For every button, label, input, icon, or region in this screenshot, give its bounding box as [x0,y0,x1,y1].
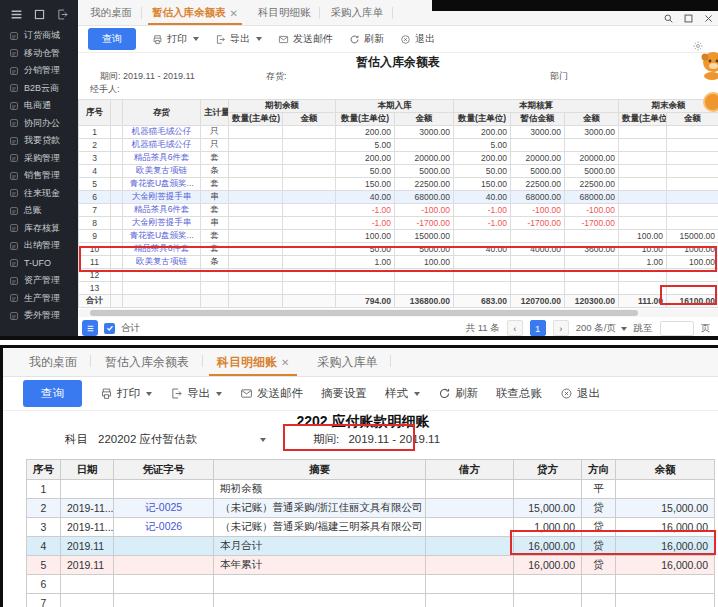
sidebar-item-11[interactable]: 总账 [0,202,78,220]
sidebar-item-13[interactable]: 出纳管理 [0,237,78,255]
subject-ledger-panel: 我的桌面暂估入库余额表科目明细账✕采购入库单 查询打印导出发送邮件摘要设置样式刷… [0,348,718,607]
query-button[interactable]: 查询 [88,28,136,50]
toolbar-button-打印[interactable]: 打印 [100,386,152,401]
sidebar-item-7[interactable]: 我要贷款 [0,132,78,150]
sidebar-item-2[interactable]: 移动仓管 [0,45,78,63]
mail-icon [240,387,253,400]
ledger-col-日期: 日期 [61,460,114,480]
ledger-row-3[interactable]: 32019-11...记-0026（未记账）普通采购/福建三明茶具有限公司1,0… [27,518,715,537]
ledger-row-6[interactable]: 6 [27,575,715,594]
scrollbar-thumb[interactable] [90,310,638,316]
new-window-icon[interactable] [56,8,69,21]
module-icon [9,241,19,251]
ledger-row-4[interactable]: 42019.11本月合计16,000.00贷16,000.00 [27,537,715,556]
toolbar-button-摘要设置[interactable]: 摘要设置 [321,386,367,401]
toolbar-button-样式[interactable]: 样式 [385,386,420,401]
tab-我的桌面[interactable]: 我的桌面 [80,1,142,25]
handler-field: 经手人: [90,83,120,96]
report-row-8[interactable]: 8大金刚菩提手串串-1.00-1700.00-1.00-1700.00-1700… [79,217,718,230]
toolbar-button-发送邮件[interactable]: 发送邮件 [278,32,333,46]
search-icon[interactable] [663,13,674,24]
maximize-icon[interactable] [683,13,694,24]
toolbar-button-打印[interactable]: 打印 [152,32,199,46]
report-row-3[interactable]: 3精品茶具6件套套200.0020000.00200.0020000.00200… [79,152,718,165]
tab-采购入库单[interactable]: 采购入库单 [320,1,393,25]
exit-icon [560,387,573,400]
subject-select[interactable]: 科目 220202 应付暂估款 [65,432,266,447]
report-row-6[interactable]: 6大金刚菩提手串串40.0068000.0040.0068000.0068000… [79,191,718,204]
tab-暂估入库余额表[interactable]: 暂估入库余额表 [91,349,203,376]
toolbar-button-导出[interactable]: 导出 [215,32,262,46]
report-row-13[interactable]: 13 [79,282,718,295]
ledger-row-2[interactable]: 22019-11...记-0025（未记账）普通采购/浙江佳丽文具有限公司15,… [27,499,715,518]
report-row-10[interactable]: 10精品茶具6件套套50.005000.0040.004000.003600.0… [79,243,718,256]
sidebar-item-8[interactable]: 采购管理 [0,150,78,168]
chevron-down-icon [260,438,266,442]
col-select [111,100,123,126]
hamburger-menu-icon[interactable] [10,8,23,21]
sidebar-item-10[interactable]: 往来现金 [0,185,78,203]
report-meta-row-1: 期间: 2019.11 - 2019.11 存货: 部门 [78,70,718,83]
toolbar-button-联查总账[interactable]: 联查总账 [496,386,542,401]
sidebar-item-12[interactable]: 库存核算 [0,220,78,238]
department-field: 部门 [550,70,568,83]
jump-page-input[interactable] [660,321,694,336]
report-row-4[interactable]: 4欧美复古项链条50.005000.0050.005000.005000.00 [79,165,718,178]
ledger-row-5[interactable]: 52019.11本年累计16,000.00贷16,000.00 [27,556,715,575]
sidebar-header [0,0,78,27]
report-row-2[interactable]: 2机器猫毛绒公仔只5.005.00 [79,139,718,152]
column-settings-button[interactable] [82,320,98,336]
tab-暂估入库余额表[interactable]: 暂估入库余额表✕ [142,1,248,25]
close-tab-icon[interactable]: ✕ [281,357,289,368]
toolbar-button-退出[interactable]: 退出 [400,32,435,46]
sidebar-item-6[interactable]: 协同办公 [0,115,78,133]
tab-采购入库单[interactable]: 采购入库单 [303,349,391,376]
sidebar-item-9[interactable]: 销售管理 [0,167,78,185]
composite-screenshot: 订货商城移动仓管分销管理B2B云商电商通协同办公我要贷款采购管理销售管理往来现金… [0,0,718,607]
report-row-5[interactable]: 5青花瓷U盘颁奖...套150.0022500.00150.0022500.00… [79,178,718,191]
assistant-mascot[interactable] [698,50,718,84]
subject-label: 科目 [65,432,88,447]
current-page-button[interactable]: 1 [530,320,546,336]
report-row-12[interactable]: 12 [79,269,718,282]
close-tab-icon[interactable]: ✕ [230,8,238,19]
query-button[interactable]: 查询 [23,380,82,407]
sidebar-item-3[interactable]: 分销管理 [0,62,78,80]
toolbar-button-退出[interactable]: 退出 [560,386,600,401]
ledger-row-7[interactable]: 7 [27,594,715,607]
report-row-7[interactable]: 7精品茶具6件套套-1.00-100.00-1.00-100.00-100.00 [79,204,718,217]
sidebar-item-1[interactable]: 订货商城 [0,27,78,45]
inventory-field: 存货: [266,70,287,83]
sidebar-item-5[interactable]: 电商通 [0,97,78,115]
module-icon [9,276,19,286]
sidebar-item-14[interactable]: T-UFO [0,255,78,273]
tab-我的桌面[interactable]: 我的桌面 [15,349,91,376]
toolbar-button-导出[interactable]: 导出 [170,386,222,401]
module-icon [9,153,19,163]
toolbar-button-刷新[interactable]: 刷新 [349,32,384,46]
sidebar-item-17[interactable]: 委外管理 [0,307,78,325]
ledger-col-贷方: 贷方 [514,460,582,480]
subcol-金额: 金额 [667,113,718,126]
next-page-button[interactable]: › [553,320,569,336]
sidebar-item-16[interactable]: 生产管理 [0,290,78,308]
sidebar-item-4[interactable]: B2B云商 [0,80,78,98]
ledger-row-1[interactable]: 1期初余额平 [27,480,715,499]
toolbar-button-发送邮件[interactable]: 发送邮件 [240,386,303,401]
page-size-select[interactable]: 200 条/页 [576,322,627,335]
total-checkbox[interactable] [104,323,115,334]
report-row-9[interactable]: 9青花瓷U盘颁奖...套100.0015000.00100.0015000.00 [79,230,718,243]
report-row-11[interactable]: 11欧美复古项链条1.00100.001.00100.00 [79,256,718,269]
close-icon[interactable] [703,13,714,24]
prev-page-button[interactable]: ‹ [507,320,523,336]
sidebar-item-15[interactable]: 资产管理 [0,272,78,290]
subject-value: 220202 应付暂估款 [98,432,258,447]
mail-icon [278,34,289,45]
tab-科目明细账[interactable]: 科目明细账✕ [203,349,303,376]
module-icon [9,258,19,268]
report-row-1[interactable]: 1机器猫毛绒公仔只200.003000.00200.003000.003000.… [79,126,718,139]
toolbar-button-刷新[interactable]: 刷新 [438,386,478,401]
workspace-icon[interactable] [33,8,46,21]
tab-科目明细账[interactable]: 科目明细账 [248,1,321,25]
floating-help-button[interactable] [703,92,718,112]
